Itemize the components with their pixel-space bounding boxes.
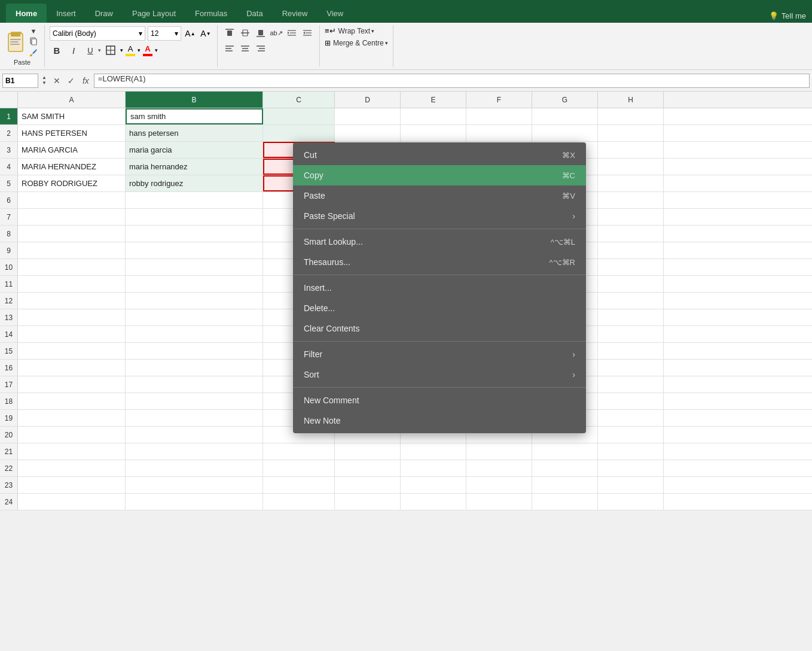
cell-D22[interactable] [335, 460, 401, 476]
cell-F2[interactable] [466, 125, 532, 141]
row-header-9[interactable]: 9 [0, 242, 18, 258]
borders-dropdown-icon[interactable]: ▾ [120, 47, 123, 53]
font-size-selector[interactable]: 12 ▾ [148, 26, 181, 41]
cell-H17[interactable] [598, 376, 664, 393]
row-header-3[interactable]: 3 [0, 142, 18, 158]
cell-H11[interactable] [598, 276, 664, 292]
context-menu-item-sort[interactable]: Sort› [293, 364, 586, 385]
col-header-g[interactable]: G [532, 92, 598, 108]
wrap-text-btn[interactable]: Wrap Text ▾ [338, 27, 375, 35]
cell-B19[interactable] [126, 410, 263, 426]
tab-home[interactable]: Home [6, 4, 47, 23]
borders-btn[interactable] [103, 43, 118, 57]
cell-A23[interactable] [18, 477, 126, 493]
cell-H8[interactable] [598, 226, 664, 242]
cell-reference-box[interactable]: B1 [2, 74, 38, 88]
cell-C22[interactable] [263, 460, 335, 476]
cell-H23[interactable] [598, 477, 664, 493]
cell-A10[interactable] [18, 259, 126, 275]
row-header-23[interactable]: 23 [0, 477, 18, 493]
cell-H21[interactable] [598, 443, 664, 460]
tell-me-box[interactable]: 💡 Tell me [769, 11, 806, 20]
row-header-13[interactable]: 13 [0, 309, 18, 326]
cell-H9[interactable] [598, 242, 664, 258]
cell-H18[interactable] [598, 393, 664, 409]
cell-H4[interactable] [598, 159, 664, 175]
format-painter-btn[interactable]: 🖌️ [28, 48, 39, 57]
cell-A5[interactable]: ROBBY RODRIGUEZ [18, 175, 126, 191]
cell-B20[interactable] [126, 427, 263, 443]
cell-D21[interactable] [335, 443, 401, 460]
cell-B6[interactable] [126, 192, 263, 208]
row-header-17[interactable]: 17 [0, 376, 18, 393]
cell-E1[interactable] [401, 108, 466, 124]
context-menu-item-filter[interactable]: Filter› [293, 344, 586, 364]
decrease-font-size-btn[interactable]: A▼ [199, 27, 212, 40]
row-header-21[interactable]: 21 [0, 443, 18, 460]
cell-B16[interactable] [126, 360, 263, 376]
cell-E23[interactable] [401, 477, 466, 493]
row-header-18[interactable]: 18 [0, 393, 18, 409]
align-bottom-btn[interactable] [254, 26, 268, 39]
align-center-btn[interactable] [238, 42, 252, 55]
cell-E2[interactable] [401, 125, 466, 141]
cell-H19[interactable] [598, 410, 664, 426]
underline-btn[interactable]: U [83, 43, 97, 57]
cell-A1[interactable]: SAM SMITH [18, 108, 126, 124]
align-top-btn[interactable] [222, 26, 237, 39]
cell-G1[interactable] [532, 108, 598, 124]
cell-F23[interactable] [466, 477, 532, 493]
cell-C1[interactable] [263, 108, 335, 124]
cell-B18[interactable] [126, 393, 263, 409]
cell-B12[interactable] [126, 293, 263, 309]
cell-B3[interactable]: maria garcia [126, 142, 263, 158]
font-color-dropdown-icon[interactable]: ▾ [155, 47, 158, 53]
cell-F21[interactable] [466, 443, 532, 460]
cell-H1[interactable] [598, 108, 664, 124]
clipboard-copy-btn[interactable] [28, 37, 39, 47]
row-header-15[interactable]: 15 [0, 343, 18, 359]
cell-A2[interactable]: HANS PETERSEN [18, 125, 126, 141]
cell-B22[interactable] [126, 460, 263, 476]
cell-H22[interactable] [598, 460, 664, 476]
row-header-20[interactable]: 20 [0, 427, 18, 443]
cell-B8[interactable] [126, 226, 263, 242]
row-header-16[interactable]: 16 [0, 360, 18, 376]
context-menu-item-thesaurus[interactable]: Thesaurus...^⌥⌘R [293, 252, 586, 272]
cell-C24[interactable] [263, 494, 335, 510]
cell-A11[interactable] [18, 276, 126, 292]
cell-D1[interactable] [335, 108, 401, 124]
cell-B17[interactable] [126, 376, 263, 393]
tab-formulas[interactable]: Formulas [185, 4, 237, 23]
col-header-c[interactable]: C [263, 92, 335, 108]
context-menu-item-insert[interactable]: Insert... [293, 278, 586, 298]
row-header-2[interactable]: 2 [0, 125, 18, 141]
formula-input[interactable]: =LOWER(A1) [94, 74, 810, 88]
row-header-14[interactable]: 14 [0, 326, 18, 342]
increase-indent-btn[interactable] [285, 26, 299, 39]
cell-A6[interactable] [18, 192, 126, 208]
cell-F24[interactable] [466, 494, 532, 510]
cell-H16[interactable] [598, 360, 664, 376]
cell-D2[interactable] [335, 125, 401, 141]
cell-B24[interactable] [126, 494, 263, 510]
italic-btn[interactable]: I [66, 43, 81, 57]
cell-F22[interactable] [466, 460, 532, 476]
paste-big-icon[interactable] [5, 31, 26, 53]
fill-color-dropdown-icon[interactable]: ▾ [138, 47, 141, 53]
cell-A24[interactable] [18, 494, 126, 510]
context-menu-item-copy[interactable]: Copy⌘C [293, 165, 586, 185]
cell-B1[interactable]: sam smith [126, 108, 263, 124]
context-menu-item-new-comment[interactable]: New Comment [293, 390, 586, 410]
cell-H2[interactable] [598, 125, 664, 141]
cell-G21[interactable] [532, 443, 598, 460]
cell-A9[interactable] [18, 242, 126, 258]
cell-A14[interactable] [18, 326, 126, 342]
row-header-19[interactable]: 19 [0, 410, 18, 426]
cell-B4[interactable]: maria hernandez [126, 159, 263, 175]
cell-G24[interactable] [532, 494, 598, 510]
cell-B13[interactable] [126, 309, 263, 326]
font-color-btn[interactable]: A [143, 44, 152, 56]
cell-C23[interactable] [263, 477, 335, 493]
col-header-h[interactable]: H [598, 92, 664, 108]
